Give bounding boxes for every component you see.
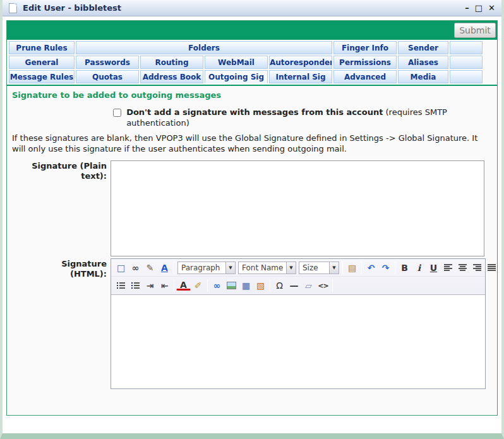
source-code-icon[interactable]: <> (316, 279, 330, 292)
edit-table-icon[interactable]: ▧ (253, 279, 268, 292)
html-signature-row: Signature (HTML): □ ∞ ✎ A Paragraph ▼ (11, 258, 493, 389)
underline-icon[interactable]: U (426, 261, 441, 275)
ordered-list-icon[interactable] (114, 279, 128, 292)
dropdown-arrow-icon: ▼ (329, 262, 339, 274)
edit-document-icon[interactable]: ✎ (143, 261, 157, 275)
tab-aliases[interactable]: Aliases (398, 56, 448, 69)
align-right-icon[interactable] (470, 261, 484, 275)
html-signature-editor[interactable] (111, 294, 485, 388)
undo-icon[interactable]: ↶ (364, 261, 378, 275)
tab-internal-sig[interactable]: Internal Sig (269, 70, 332, 83)
tab-filler-2 (450, 56, 483, 69)
insert-image-icon[interactable] (224, 279, 239, 292)
toolbar-separator (270, 279, 270, 292)
indent-icon[interactable]: ⇥ (143, 279, 157, 292)
tab-address-book[interactable]: Address Book (140, 70, 203, 83)
toolbar-separator (174, 279, 174, 292)
align-left-icon[interactable] (441, 261, 455, 275)
tab-row-3: Message Rules Quotas Address Book Outgoi… (9, 70, 495, 83)
toolbar-separator (342, 262, 343, 274)
plain-signature-row: Signature (Plain text): (11, 160, 493, 256)
toolbar-separator (395, 262, 395, 274)
tab-permissions[interactable]: Permissions (333, 56, 397, 69)
tab-message-rules[interactable]: Message Rules (9, 70, 75, 83)
submit-button[interactable]: Submit (454, 23, 496, 38)
font-styles-icon[interactable]: A (157, 261, 172, 275)
tab-finger-info[interactable]: Finger Info (333, 41, 397, 54)
toolbar-separator (361, 262, 362, 274)
window-body: Submit Prune Rules Folders Finger Info S… (3, 16, 501, 433)
no-signature-row: Don't add a signature with messages from… (113, 107, 493, 129)
plain-signature-label: Signature (Plain text): (11, 160, 111, 182)
toolbar-separator (174, 262, 174, 274)
tab-outgoing-sig[interactable]: Outgoing Sig (205, 70, 268, 83)
tab-autoresponder[interactable]: Autoresponder (269, 56, 332, 69)
no-signature-label[interactable]: Don't add a signature with messages from… (126, 107, 477, 129)
window-title: Edit User - bibbletest (23, 3, 121, 13)
font-color-icon[interactable]: A (176, 281, 191, 291)
toolbar-separator (332, 279, 333, 292)
redo-icon[interactable]: ↷ (378, 261, 393, 275)
header-bar: Submit (7, 21, 497, 40)
tab-sender-address[interactable]: Sender Address (398, 41, 448, 54)
find-icon[interactable]: ∞ (128, 261, 143, 275)
font-name-select[interactable]: Font Name ▼ (238, 262, 296, 274)
insert-link-icon[interactable]: ∞ (210, 279, 224, 292)
minimize-button[interactable]: – (465, 3, 469, 13)
justify-icon[interactable] (484, 261, 499, 275)
title-bar[interactable]: Edit User - bibbletest – □ ✕ (3, 0, 501, 16)
paragraph-select[interactable]: Paragraph ▼ (177, 262, 236, 274)
tab-filler-3 (450, 70, 483, 83)
tab-media[interactable]: Media (398, 70, 448, 83)
paste-from-word-icon[interactable]: ▤ (345, 261, 359, 275)
html-editor: □ ∞ ✎ A Paragraph ▼ Font Name ▼ (111, 258, 486, 389)
tab-filler-1 (450, 41, 483, 54)
close-button[interactable]: ✕ (488, 3, 495, 13)
tab-content: Signature to be added to outgoing messag… (7, 86, 497, 394)
tab-row-2: General Passwords Routing WebMail Settin… (9, 56, 495, 69)
eraser-icon[interactable]: ▱ (301, 279, 316, 292)
tab-routing[interactable]: Routing (140, 56, 203, 69)
bold-icon[interactable]: B (397, 261, 412, 275)
highlight-color-icon[interactable]: ✐ (191, 279, 205, 292)
tab-prune-rules[interactable]: Prune Rules (9, 41, 75, 54)
tab-folders[interactable]: Folders (76, 41, 332, 54)
maximize-button[interactable]: □ (475, 3, 483, 13)
horizontal-rule-icon[interactable]: — (287, 279, 301, 292)
html-signature-label: Signature (HTML): (11, 258, 111, 280)
edit-user-window: Edit User - bibbletest – □ ✕ Submit Prun… (0, 0, 504, 439)
toolbar-separator (207, 279, 208, 292)
bullet-list-icon[interactable] (128, 279, 143, 292)
section-heading: Signature to be added to outgoing messag… (12, 90, 493, 100)
italic-icon[interactable]: i (412, 261, 426, 275)
plain-signature-textarea[interactable] (111, 160, 484, 256)
insert-table-icon[interactable]: ▦ (239, 279, 253, 292)
tab-strip: Prune Rules Folders Finger Info Sender A… (7, 40, 497, 86)
dropdown-arrow-icon: ▼ (286, 262, 296, 274)
tab-general[interactable]: General (9, 56, 75, 69)
special-char-icon[interactable]: Ω (272, 279, 287, 292)
tab-webmail-settings[interactable]: WebMail Settings (205, 56, 268, 69)
info-text: If these signatures are blank, then VPOP… (12, 133, 484, 154)
no-signature-checkbox[interactable] (113, 109, 121, 117)
document-icon (9, 3, 17, 13)
tab-advanced[interactable]: Advanced (333, 70, 397, 83)
tab-quotas[interactable]: Quotas (76, 70, 139, 83)
dropdown-arrow-icon: ▼ (225, 262, 235, 274)
font-size-select[interactable]: Size ▼ (299, 262, 339, 274)
outdent-icon[interactable]: ⇤ (157, 279, 172, 292)
tab-row-1: Prune Rules Folders Finger Info Sender A… (9, 41, 495, 54)
editor-toolbar-row-2: ⇥ ⇤ A ✐ ∞ ▦ ▧ Ω — (111, 277, 485, 294)
editor-toolbar-row-1: □ ∞ ✎ A Paragraph ▼ Font Name ▼ (111, 259, 485, 277)
tab-passwords[interactable]: Passwords (76, 56, 139, 69)
maximize-editor-icon[interactable]: □ (114, 261, 128, 275)
edit-user-panel: Submit Prune Rules Folders Finger Info S… (6, 20, 498, 416)
align-center-icon[interactable] (455, 261, 470, 275)
